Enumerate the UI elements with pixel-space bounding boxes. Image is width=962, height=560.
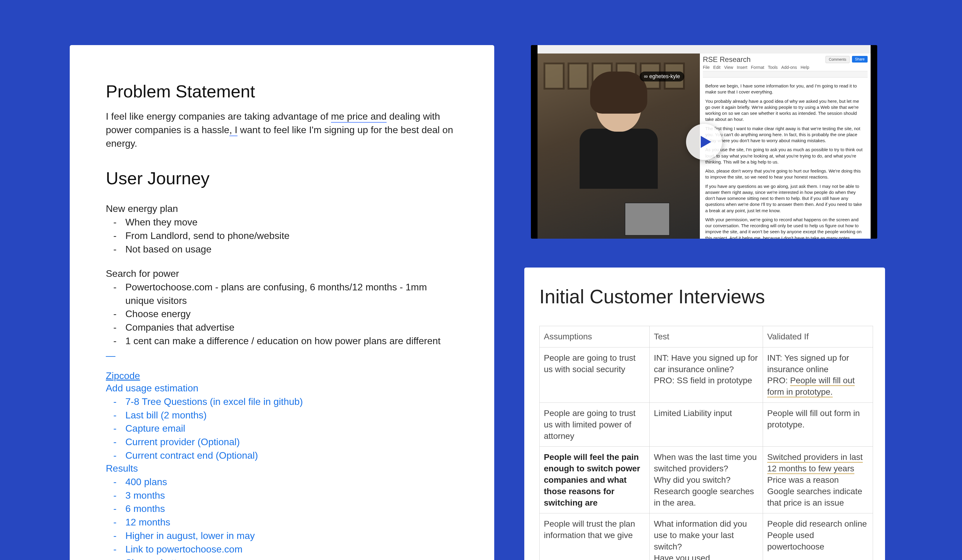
play-icon xyxy=(698,134,713,149)
share-button[interactable]: Share xyxy=(852,56,868,63)
col-assumptions: Assumptions xyxy=(540,326,650,347)
cell-validated: INT: Yes signed up for insurance online … xyxy=(763,347,873,402)
gdocs-pane: kyle@thoughtbot.com RSE Research FileEdi… xyxy=(700,53,871,239)
gdocs-toolbar[interactable] xyxy=(703,71,868,77)
cell-validated: Switched providers in last 12 months to … xyxy=(763,447,873,513)
list-item: 3 months xyxy=(125,489,458,502)
validated-link: Switched providers in last 12 months to … xyxy=(767,452,862,474)
divider-dash: — xyxy=(106,350,458,361)
interview-video-thumbnail[interactable]: ∞ eghetes-kyle kyle@thoughtbot.com RSE R… xyxy=(531,45,877,239)
doc-heading-problem: Problem Statement xyxy=(106,81,458,101)
list-item: Link to powertochoose.com xyxy=(125,542,458,556)
script-paragraph: Also, please don't worry that you're goi… xyxy=(705,168,865,180)
col-validated: Validated If xyxy=(763,326,873,347)
list-usage-estimation: 7-8 Tree Questions (in excel file in git… xyxy=(106,395,458,462)
problem-statement-text: I feel like energy companies are taking … xyxy=(106,110,458,150)
assumptions-table: Assumptions Test Validated If People are… xyxy=(539,326,873,560)
problem-statement-doc: Problem Statement I feel like energy com… xyxy=(70,45,494,560)
cell-test: When was the last time you switched prov… xyxy=(649,447,763,513)
cell-assumption: People are going to trust us with social… xyxy=(540,347,650,402)
list-item: 1 cent can make a difference / education… xyxy=(125,334,458,348)
gdocs-menu[interactable]: FileEditViewInsertFormatToolsAdd-onsHelp xyxy=(703,65,868,70)
section-usage-estimation: Add usage estimation xyxy=(106,382,458,394)
script-paragraph: If you have any questions as we go along… xyxy=(705,183,865,214)
col-test: Test xyxy=(649,326,763,347)
interviews-title: Initial Customer Interviews xyxy=(539,286,873,308)
script-paragraph: The first thing I want to make clear rig… xyxy=(705,126,865,144)
script-paragraph: As you use the site, I'm going to ask yo… xyxy=(705,147,865,165)
cell-test: What information did you use to make you… xyxy=(649,513,763,560)
play-button[interactable] xyxy=(686,124,722,160)
list-item: Sign up button xyxy=(125,556,458,560)
list-search-for-power: Powertochoose.com - plans are confusing,… xyxy=(106,281,458,348)
list-item: When they move xyxy=(125,216,458,229)
call-id-pill: ∞ eghetes-kyle xyxy=(640,71,684,81)
script-paragraph: Before we begin, I have some information… xyxy=(705,83,865,95)
cell-assumption: People will trust the plan information t… xyxy=(540,513,650,560)
list-item: Choose energy xyxy=(125,307,458,321)
initial-interviews-panel: Initial Customer Interviews Assumptions … xyxy=(524,268,885,560)
list-results: 400 plans 3 months 6 months 12 months Hi… xyxy=(106,475,458,560)
cell-validated: People will fill out form in prototype. xyxy=(763,402,873,446)
comments-button[interactable]: Comments xyxy=(825,56,849,63)
table-row: People are going to trust us with limite… xyxy=(540,402,873,446)
video-call-frame: ∞ eghetes-kyle xyxy=(537,53,700,239)
cell-validated: People did research online People used p… xyxy=(763,513,873,560)
script-paragraph: You probably already have a good idea of… xyxy=(705,98,865,123)
table-row: People will trust the plan information t… xyxy=(540,513,873,560)
list-item: From Landlord, send to phone/website xyxy=(125,229,458,242)
gdocs-body: Before we begin, I have some information… xyxy=(700,78,871,239)
list-item: Higher in august, lower in may xyxy=(125,529,458,542)
participant-main xyxy=(574,77,664,192)
list-item: 12 months xyxy=(125,515,458,529)
participant-pip xyxy=(625,203,670,236)
svg-marker-0 xyxy=(701,136,711,148)
list-item: Powertochoose.com - plans are confusing,… xyxy=(125,281,458,308)
list-item: Current contract end (Optional) xyxy=(125,449,458,462)
section-results: Results xyxy=(106,463,458,474)
list-item: Not based on usage xyxy=(125,242,458,256)
list-item: 7-8 Tree Questions (in excel file in git… xyxy=(125,395,458,408)
table-row: People will feel the pain enough to swit… xyxy=(540,447,873,513)
list-item: Current provider (Optional) xyxy=(125,435,458,449)
cell-assumption: People are going to trust us with limite… xyxy=(540,402,650,446)
doc-heading-journey: User Journey xyxy=(106,168,458,188)
browser-chrome xyxy=(537,45,871,53)
list-item: Companies that advertise xyxy=(125,321,458,334)
validated-link: People will fill out form in prototype. xyxy=(767,376,855,397)
list-item: 400 plans xyxy=(125,475,458,489)
list-new-energy-plan: When they move From Landlord, send to ph… xyxy=(106,216,458,256)
cell-test: Limited Liability input xyxy=(649,402,763,446)
section-new-energy-plan: New energy plan xyxy=(106,203,458,214)
cell-test: INT: Have you signed up for car insuranc… xyxy=(649,347,763,402)
script-paragraph: With your permission, we're going to rec… xyxy=(705,217,865,239)
list-item: Capture email xyxy=(125,422,458,435)
table-row: People are going to trust us with social… xyxy=(540,347,873,402)
list-item: 6 months xyxy=(125,502,458,515)
section-search-for-power: Search for power xyxy=(106,268,458,279)
zipcode-link[interactable]: Zipcode xyxy=(106,370,140,381)
cell-assumption: People will feel the pain enough to swit… xyxy=(540,447,650,513)
list-item: Last bill (2 months) xyxy=(125,408,458,422)
